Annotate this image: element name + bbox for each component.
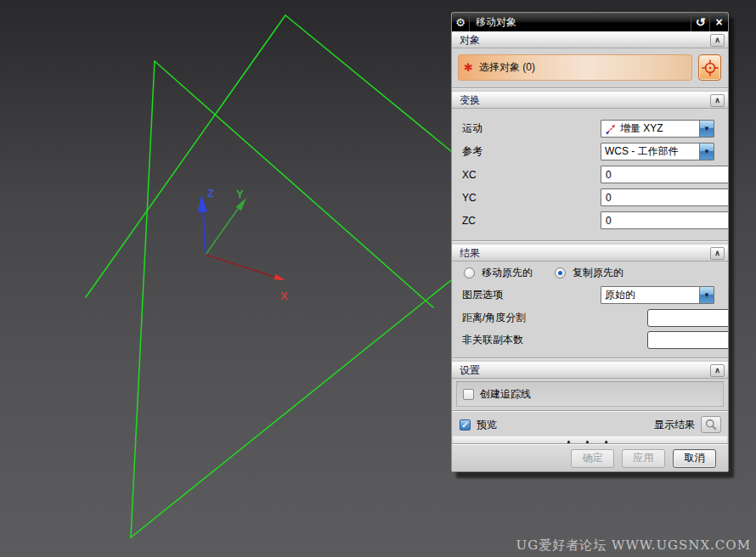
move-original-radio[interactable]	[464, 267, 475, 278]
gear-icon: ⚙	[455, 16, 465, 29]
check-icon: ✓	[461, 420, 468, 430]
copies-input[interactable]	[647, 331, 728, 349]
layer-option-label: 图层选项	[462, 288, 601, 302]
close-icon: ×	[715, 15, 722, 29]
chevron-down-icon: ▼	[703, 148, 710, 155]
move-object-dialog: ⚙ 移动对象 ↺ × 对象 ∧ ✱ 选择对象 (0)	[451, 12, 729, 472]
section-divider	[452, 240, 728, 242]
reference-row: 参考 WCS - 工作部件 ▼	[452, 140, 728, 163]
section-divider	[452, 357, 728, 359]
cancel-button[interactable]: 取消	[673, 449, 716, 468]
section-header-settings[interactable]: 设置 ∧	[452, 362, 728, 379]
zc-field: mm	[601, 211, 728, 229]
reference-value: WCS - 工作部件	[605, 144, 679, 159]
motion-row: 运动 增量 XYZ ▼	[452, 117, 728, 140]
chevron-up-icon: ∧	[714, 249, 720, 257]
motion-dropdown-arrow[interactable]: ▼	[699, 121, 714, 137]
chevron-down-icon: ▼	[703, 291, 710, 299]
section-object-title: 对象	[460, 33, 480, 48]
trace-line-checkbox[interactable]	[463, 389, 474, 400]
select-object-label: 选择对象 (0)	[479, 60, 535, 75]
close-button[interactable]: ×	[709, 13, 728, 31]
preview-label[interactable]: 预览	[477, 418, 497, 432]
reference-label: 参考	[462, 144, 601, 159]
move-original-label[interactable]: 移动原先的	[482, 266, 533, 280]
motion-value: 增量 XYZ	[620, 121, 663, 136]
show-result-button[interactable]	[701, 416, 721, 433]
dialog-button-strip: 确定 应用 取消	[452, 444, 728, 471]
layer-option-row: 图层选项 原始的 ▼	[452, 284, 728, 307]
chevron-up-icon: ∧	[714, 96, 720, 104]
reference-dropdown-arrow[interactable]: ▼	[699, 143, 714, 160]
section-transform-title: 变换	[460, 93, 480, 108]
section-header-object[interactable]: 对象 ∧	[452, 31, 728, 48]
yc-input[interactable]	[601, 189, 728, 205]
preview-checkbox[interactable]: ✓	[460, 419, 471, 430]
crosshair-target-icon	[701, 59, 719, 77]
copies-label: 非关联副本数	[462, 333, 647, 347]
xc-row: XC mm ▼	[452, 163, 728, 186]
reset-icon: ↺	[696, 15, 706, 29]
ok-button[interactable]: 确定	[571, 449, 614, 468]
z-axis-arrowhead	[198, 194, 207, 212]
chevron-up-icon: ∧	[714, 366, 720, 374]
yc-label: YC	[462, 192, 601, 204]
magnifier-icon	[704, 418, 718, 431]
result-radio-row: 移动原先的 复制原先的	[452, 262, 728, 284]
layer-option-dropdown[interactable]: 原始的 ▼	[601, 286, 714, 304]
motion-xyz-icon	[605, 123, 617, 135]
dialog-body: 对象 ∧ ✱ 选择对象 (0)	[452, 31, 728, 471]
section-header-result[interactable]: 结果 ∧	[452, 245, 728, 262]
section-divider	[452, 87, 728, 89]
reference-dropdown[interactable]: WCS - 工作部件 ▼	[601, 143, 714, 160]
copies-row: 非关联副本数	[452, 329, 728, 351]
xc-label: XC	[462, 169, 601, 181]
show-result-label: 显示结果	[654, 418, 695, 432]
yc-row: YC mm ▼	[452, 186, 728, 209]
x-axis-label: X	[280, 290, 288, 302]
x-axis-arrowhead	[274, 274, 285, 280]
select-object-area: ✱ 选择对象 (0)	[452, 48, 728, 86]
dialog-menu-button[interactable]: ⚙	[452, 13, 470, 31]
motion-dropdown[interactable]: 增量 XYZ ▼	[601, 120, 714, 138]
section-settings-title: 设置	[460, 363, 480, 378]
preview-row: ✓ 预览 显示结果	[452, 414, 728, 435]
transform-rows: 运动 增量 XYZ ▼	[452, 109, 728, 232]
wcs-triad: Z Y X	[198, 187, 288, 302]
chevron-up-icon: ∧	[714, 36, 720, 44]
chevron-down-icon: ▼	[703, 125, 710, 132]
forum-watermark: UG爱好者论坛 WWW.UGSNX.COM	[516, 537, 751, 554]
apply-button[interactable]: 应用	[622, 449, 665, 468]
copy-original-radio[interactable]	[555, 267, 566, 278]
collapse-settings-button[interactable]: ∧	[710, 364, 725, 377]
collapse-result-button[interactable]: ∧	[710, 247, 725, 260]
yc-field: mm	[601, 188, 728, 206]
green-wireframe-lines	[86, 15, 451, 537]
trace-line-label[interactable]: 创建追踪线	[480, 387, 531, 402]
zc-row: ZC mm ▼	[452, 209, 728, 232]
z-axis-label: Z	[207, 187, 214, 200]
select-target-button[interactable]	[698, 54, 721, 81]
division-input[interactable]	[647, 309, 728, 327]
zc-input[interactable]	[601, 212, 728, 228]
layer-option-value: 原始的	[605, 288, 635, 302]
division-label: 距离/角度分割	[462, 311, 647, 325]
collapse-transform-button[interactable]: ∧	[710, 94, 725, 107]
reset-button[interactable]: ↺	[691, 13, 709, 31]
xc-field: mm	[601, 166, 728, 183]
y-axis-label: Y	[236, 188, 244, 200]
copy-original-label[interactable]: 复制原先的	[573, 266, 623, 280]
section-header-transform[interactable]: 变换 ∧	[452, 92, 728, 109]
layer-option-dropdown-arrow[interactable]: ▼	[699, 287, 714, 303]
dialog-titlebar[interactable]: ⚙ 移动对象 ↺ ×	[452, 13, 728, 31]
required-asterisk-icon: ✱	[464, 61, 473, 74]
collapse-object-button[interactable]: ∧	[710, 34, 725, 47]
trace-line-panel: 创建追踪线	[456, 381, 724, 407]
division-row: 距离/角度分割	[452, 307, 728, 329]
xc-input[interactable]	[601, 166, 728, 183]
spacer	[452, 351, 728, 356]
section-result-title: 结果	[460, 246, 480, 261]
zc-label: ZC	[462, 215, 601, 227]
section-divider	[452, 410, 728, 412]
select-object-bar[interactable]: ✱ 选择对象 (0)	[458, 54, 692, 81]
